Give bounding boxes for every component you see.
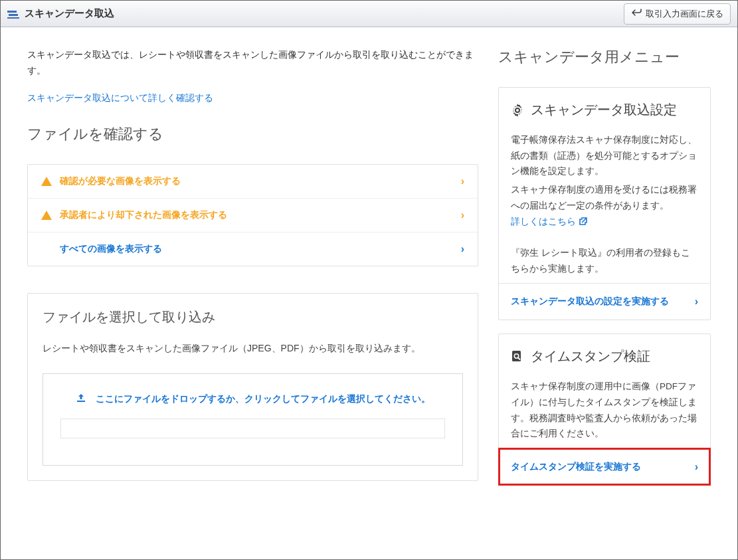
- warning-icon: [41, 211, 52, 220]
- filter-label: 確認が必要な画像を表示する: [60, 175, 181, 187]
- timestamp-desc: スキャナ保存制度の運用中に画像（PDFファイル）に付与したタイムスタンプを検証し…: [511, 379, 698, 442]
- settings-desc-2: スキャナ保存制度の適用を受けるには税務署への届出など一定の条件があります。: [511, 182, 698, 213]
- return-icon: [631, 9, 642, 19]
- import-heading: ファイルを選択して取り込み: [43, 308, 463, 326]
- svg-rect-1: [9, 14, 18, 16]
- scanner-icon: [7, 9, 19, 19]
- settings-desc-1: 電子帳簿保存法スキャナ保存制度に対応し、紙の書類（証憑）を処分可能とするオプショ…: [511, 132, 698, 179]
- files-heading: ファイルを確認する: [27, 124, 478, 144]
- intro-link[interactable]: スキャンデータ取込について詳しく確認する: [27, 92, 213, 104]
- settings-action[interactable]: スキャンデータ取込の設定を実施する ›: [499, 283, 710, 320]
- timestamp-card-title: タイムスタンプ検証: [511, 347, 698, 365]
- content-area: スキャンデータ取込では、レシートや領収書をスキャンした画像ファイルから取引を取り…: [1, 27, 737, 519]
- filter-label: 承認者により却下された画像を表示する: [60, 209, 227, 221]
- settings-action-label: スキャンデータ取込の設定を実施する: [511, 296, 669, 308]
- warning-icon: [41, 177, 52, 186]
- link-label: 詳しくはこちら: [511, 216, 576, 228]
- svg-rect-0: [7, 11, 17, 13]
- filter-row-all[interactable]: すべての画像を表示する ›: [28, 233, 478, 266]
- settings-card-title: スキャンデータ取込設定: [511, 101, 698, 119]
- chevron-right-icon: ›: [461, 175, 464, 187]
- chevron-right-icon: ›: [695, 296, 698, 308]
- settings-desc-3: 『弥生 レシート取込』の利用者の登録もこちらから実施します。: [511, 245, 698, 276]
- chevron-right-icon: ›: [461, 243, 464, 255]
- side-heading: スキャンデータ用メニュー: [498, 47, 711, 67]
- side-column: スキャンデータ用メニュー スキャンデータ取込設定 電子帳簿保存法スキャナ保存制度…: [498, 47, 711, 499]
- file-filter-list: 確認が必要な画像を表示する › 承認者により却下された画像を表示する › すべて…: [27, 164, 478, 266]
- import-panel: ファイルを選択して取り込み レシートや領収書をスキャンした画像ファイル（JPEG…: [27, 293, 478, 482]
- chevron-right-icon: ›: [695, 461, 698, 473]
- page-search-icon: [511, 350, 524, 363]
- page-title: スキャンデータ取込: [25, 7, 114, 20]
- dropzone-input-placeholder: [60, 419, 445, 438]
- timestamp-action-label: タイムスタンプ検証を実施する: [511, 461, 641, 473]
- upload-icon: [76, 393, 86, 405]
- back-button[interactable]: 取引入力画面に戻る: [624, 3, 731, 25]
- topbar: スキャンデータ取込 取引入力画面に戻る: [1, 1, 737, 27]
- back-button-label: 取引入力画面に戻る: [646, 8, 723, 20]
- settings-card: スキャンデータ取込設定 電子帳簿保存法スキャナ保存制度に対応し、紙の書類（証憑）…: [498, 87, 711, 320]
- external-link-icon: [579, 217, 588, 228]
- app-window: スキャンデータ取込 取引入力画面に戻る スキャンデータ取込では、レシートや領収書…: [0, 0, 738, 560]
- main-column: スキャンデータ取込では、レシートや領収書をスキャンした画像ファイルから取引を取り…: [27, 47, 478, 499]
- timestamp-action[interactable]: タイムスタンプ検証を実施する ›: [499, 448, 710, 485]
- dropzone-label: ここにファイルをドロップするか、クリックしてファイルを選択してください。: [96, 393, 430, 405]
- gear-icon: [511, 104, 524, 117]
- topbar-title-group: スキャンデータ取込: [7, 7, 114, 20]
- filter-label: すべての画像を表示する: [60, 243, 162, 255]
- chevron-right-icon: ›: [461, 209, 464, 221]
- settings-title-text: スキャンデータ取込設定: [531, 101, 677, 119]
- file-dropzone[interactable]: ここにファイルをドロップするか、クリックしてファイルを選択してください。: [43, 373, 463, 466]
- filter-row-needs-confirmation[interactable]: 確認が必要な画像を表示する ›: [28, 165, 478, 199]
- filter-row-rejected[interactable]: 承認者により却下された画像を表示する ›: [28, 199, 478, 233]
- intro-text: スキャンデータ取込では、レシートや領収書をスキャンした画像ファイルから取引を取り…: [27, 47, 478, 79]
- timestamp-card: タイムスタンプ検証 スキャナ保存制度の運用中に画像（PDFファイル）に付与したタ…: [498, 333, 711, 486]
- svg-rect-3: [77, 401, 85, 402]
- dropzone-label-row: ここにファイルをドロップするか、クリックしてファイルを選択してください。: [56, 393, 449, 405]
- import-description: レシートや領収書をスキャンした画像ファイル（JPEG、PDF）から取引を取り込み…: [43, 341, 463, 357]
- timestamp-title-text: タイムスタンプ検証: [531, 347, 650, 365]
- settings-more-link[interactable]: 詳しくはこちら: [511, 216, 588, 228]
- svg-rect-2: [7, 17, 19, 19]
